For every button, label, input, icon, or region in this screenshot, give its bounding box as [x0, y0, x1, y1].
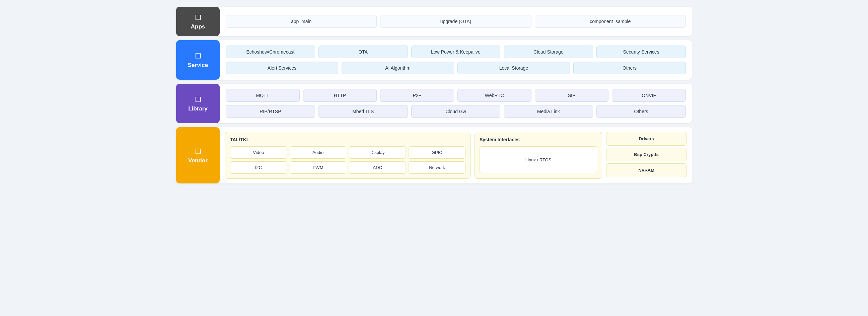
chip-p2p[interactable]: P2P [380, 89, 454, 102]
chip-local-storage[interactable]: Local Storage [458, 62, 570, 74]
chip-low-power[interactable]: Low Power & Keepalive [411, 45, 501, 58]
chip-nvram[interactable]: NVRAM [606, 163, 686, 177]
chip-rip-rtsp[interactable]: RIP/RTSP [226, 105, 315, 118]
chip-drivers[interactable]: Drivers [606, 132, 686, 146]
chip-audio[interactable]: Audio [290, 146, 347, 159]
chip-cloud-gw[interactable]: Cloud Gw [411, 105, 501, 118]
apps-row: ◫ Apps app_main upgrade (OTA) component_… [176, 7, 692, 36]
vendor-row: ◫ Vendor TAL/TKL Video Audio Display GPI… [176, 127, 692, 184]
tal-tkl-title: TAL/TKL [230, 137, 465, 142]
apps-label: Apps [191, 24, 205, 30]
vendor-label: Vendor [188, 157, 208, 164]
library-icon: ◫ [195, 95, 201, 103]
main-container: ◫ Apps app_main upgrade (OTA) component_… [176, 7, 692, 184]
apps-chips-row: app_main upgrade (OTA) component_sample [226, 15, 686, 28]
chip-adc[interactable]: ADC [349, 161, 406, 174]
chip-echoshow[interactable]: Echoshow/Chromecast [226, 45, 315, 58]
service-content: Echoshow/Chromecast OTA Low Power & Keep… [220, 40, 692, 80]
chip-alert-services[interactable]: Alert Services [226, 62, 338, 74]
sys-interfaces-title: System Interfaces [479, 137, 597, 142]
chip-cloud-storage[interactable]: Cloud Storage [504, 45, 593, 58]
sys-interface-content[interactable]: Linux / RTOS [479, 146, 597, 173]
tal-tkl-section: TAL/TKL Video Audio Display GPIO I2C PWM… [225, 132, 470, 179]
chip-video[interactable]: Video [230, 146, 287, 159]
chip-app-main[interactable]: app_main [226, 15, 377, 28]
service-label: Service [188, 62, 208, 69]
library-chips-row2: RIP/RTSP Mbed TLS Cloud Gw Media Link Ot… [226, 105, 686, 118]
apps-icon: ◫ [195, 13, 201, 21]
chip-webrtc[interactable]: WebRTC [458, 89, 531, 102]
chip-network[interactable]: Network [408, 161, 465, 174]
drivers-col: Drivers Bsp Cryptfs NVRAM [606, 132, 686, 179]
chip-onvif[interactable]: ONVIF [612, 89, 686, 102]
chip-ota[interactable]: OTA [318, 45, 408, 58]
chip-gpio[interactable]: GPIO [408, 146, 465, 159]
chip-display[interactable]: Display [349, 146, 406, 159]
chip-security-services[interactable]: Security Services [596, 45, 686, 58]
chip-http[interactable]: HTTP [303, 89, 377, 102]
service-chips-row1: Echoshow/Chromecast OTA Low Power & Keep… [226, 45, 686, 58]
chip-upgrade-ota[interactable]: upgrade (OTA) [380, 15, 531, 28]
library-label: Library [188, 105, 208, 112]
chip-mbed-tls[interactable]: Mbed TLS [318, 105, 408, 118]
chip-mqtt[interactable]: MQTT [226, 89, 300, 102]
chip-pwm[interactable]: PWM [290, 161, 347, 174]
chip-others-service[interactable]: Others [573, 62, 686, 74]
sys-interfaces-section: System Interfaces Linux / RTOS [474, 132, 602, 179]
service-icon: ◫ [195, 51, 201, 59]
apps-content: app_main upgrade (OTA) component_sample [220, 7, 692, 36]
vendor-content: TAL/TKL Video Audio Display GPIO I2C PWM… [220, 127, 692, 184]
chip-i2c[interactable]: I2C [230, 161, 287, 174]
chip-component-sample[interactable]: component_sample [535, 15, 686, 28]
chip-others-library[interactable]: Others [596, 105, 686, 118]
chip-bsp-cryptfs[interactable]: Bsp Cryptfs [606, 148, 686, 161]
vendor-label-box: ◫ Vendor [176, 127, 220, 184]
library-row: ◫ Library MQTT HTTP P2P WebRTC SIP ONVIF… [176, 84, 692, 123]
service-chips-row2: Alert Services AI Algorithm Local Storag… [226, 62, 686, 74]
chip-sip[interactable]: SIP [535, 89, 609, 102]
vendor-icon: ◫ [195, 147, 201, 155]
apps-label-box: ◫ Apps [176, 7, 220, 36]
service-row: ◫ Service Echoshow/Chromecast OTA Low Po… [176, 40, 692, 80]
tal-tkl-grid: Video Audio Display GPIO I2C PWM ADC Net… [230, 146, 465, 174]
chip-media-link[interactable]: Media Link [504, 105, 593, 118]
chip-ai-algorithm[interactable]: AI Algorithm [342, 62, 454, 74]
library-label-box: ◫ Library [176, 84, 220, 123]
service-label-box: ◫ Service [176, 40, 220, 80]
library-chips-row1: MQTT HTTP P2P WebRTC SIP ONVIF [226, 89, 686, 102]
library-content: MQTT HTTP P2P WebRTC SIP ONVIF RIP/RTSP … [220, 84, 692, 123]
